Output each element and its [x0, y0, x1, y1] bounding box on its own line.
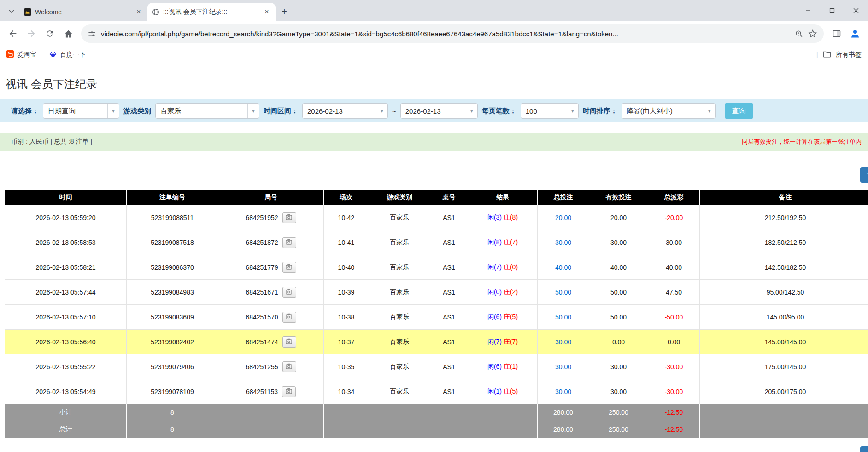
subtotal-payout: -12.50	[648, 404, 700, 421]
cell-valid-bet: 40.00	[589, 255, 648, 280]
all-bookmarks[interactable]: | 所有书签	[816, 50, 862, 59]
tab-close-icon[interactable]: ×	[135, 8, 143, 16]
cell-payout: -20.00	[648, 205, 700, 230]
date-to-value: 2026-02-13	[401, 107, 466, 115]
page-number-button[interactable]: 1	[860, 167, 868, 183]
cell-time: 2026-02-13 05:55:22	[5, 354, 127, 379]
date-range-tilde: ~	[392, 107, 396, 115]
cell-session: 10-35	[324, 354, 369, 379]
video-replay-button[interactable]	[282, 212, 296, 223]
cell-session: 10-34	[324, 379, 369, 404]
bookmark-aitaobao[interactable]: 爱淘宝	[6, 50, 36, 59]
result-player: 闲(7)	[487, 263, 502, 271]
cell-total-bet[interactable]: 50.00	[538, 280, 589, 305]
bookmark-star-icon[interactable]	[808, 29, 817, 38]
table-row: 2026-02-13 05:59:20523199088511684251952…	[5, 205, 868, 230]
game-type-label: 游戏类别	[123, 107, 151, 116]
result-player: 闲(7)	[487, 338, 502, 345]
video-replay-button[interactable]	[282, 312, 296, 323]
empty-cell	[218, 421, 324, 438]
side-panel-icon[interactable]	[828, 25, 845, 42]
bookmarks-divider: |	[816, 51, 818, 59]
cell-total-bet[interactable]: 30.00	[538, 379, 589, 404]
cell-total-bet[interactable]: 30.00	[538, 354, 589, 379]
camera-icon	[286, 363, 293, 371]
globe-icon	[152, 8, 159, 16]
cell-valid-bet: 30.00	[589, 230, 648, 255]
all-bookmarks-label: 所有书签	[836, 51, 862, 59]
video-replay-button[interactable]	[282, 262, 296, 273]
cell-bet-id: 523199084983	[127, 280, 218, 305]
round-number: 684251255	[246, 363, 278, 371]
date-to-select[interactable]: 2026-02-13 ▾	[400, 103, 478, 119]
date-from-select[interactable]: 2026-02-13 ▾	[302, 103, 388, 119]
total-total-bet: 280.00	[538, 421, 589, 438]
column-header-remark: 备注	[700, 190, 868, 205]
cell-table-no: AS1	[430, 280, 468, 305]
page-number-button[interactable]: 1	[860, 446, 868, 452]
video-replay-button[interactable]	[282, 287, 296, 298]
column-header-total-bet: 总投注	[538, 190, 589, 205]
cell-total-bet[interactable]: 30.00	[538, 330, 589, 354]
new-tab-button[interactable]: +	[277, 5, 291, 18]
empty-cell	[369, 404, 430, 421]
tab-bet-records[interactable]: :::视讯 会员下注纪录::: ×	[147, 3, 276, 21]
query-type-select[interactable]: 日期查询 ▾	[43, 103, 119, 119]
cell-total-bet[interactable]: 20.00	[538, 205, 589, 230]
game-type-select[interactable]: 百家乐 ▾	[155, 103, 259, 119]
forward-icon[interactable]	[23, 25, 40, 42]
per-page-select[interactable]: 100 ▾	[521, 103, 579, 119]
cell-session: 10-38	[324, 305, 369, 330]
zoom-icon[interactable]	[795, 29, 803, 38]
round-number: 684251872	[246, 239, 278, 246]
empty-cell	[430, 404, 468, 421]
cell-round: 684251255	[218, 354, 324, 379]
per-page-value: 100	[521, 107, 567, 115]
cell-time: 2026-02-13 05:57:10	[5, 305, 127, 330]
close-icon[interactable]	[844, 0, 868, 21]
cell-game: 百家乐	[369, 305, 430, 330]
column-header-round: 局号	[218, 190, 324, 205]
profile-avatar-icon[interactable]	[847, 25, 863, 42]
cell-remark: 142.50/182.50	[700, 255, 868, 280]
cell-total-bet[interactable]: 30.00	[538, 230, 589, 255]
video-replay-button[interactable]	[282, 237, 296, 248]
tab-welcome[interactable]: Welcome ×	[19, 3, 147, 21]
cell-time: 2026-02-13 05:58:53	[5, 230, 127, 255]
cell-round: 684251570	[218, 305, 324, 330]
site-settings-tune-icon[interactable]	[88, 29, 96, 38]
summary-bar: 币别 : 人民币 | 总共 :8 注单 | 同局有效投注，统一计算在该局第一张注…	[0, 133, 868, 151]
empty-cell	[218, 404, 324, 421]
cell-game: 百家乐	[369, 330, 430, 354]
column-header-result: 结果	[468, 190, 538, 205]
address-bar[interactable]: videoie.com/ipl/portal.php/game/betrecor…	[81, 24, 824, 43]
result-player: 闲(3)	[487, 214, 502, 221]
maximize-icon[interactable]	[820, 0, 844, 21]
date-from-value: 2026-02-13	[303, 107, 376, 115]
round-number: 684251671	[246, 289, 278, 296]
refresh-icon[interactable]	[41, 25, 58, 42]
search-button[interactable]: 查询	[725, 103, 753, 119]
cell-time: 2026-02-13 05:59:20	[5, 205, 127, 230]
cell-total-bet[interactable]: 40.00	[538, 255, 589, 280]
video-replay-button[interactable]	[282, 386, 296, 397]
cell-table-no: AS1	[430, 354, 468, 379]
back-icon[interactable]	[5, 25, 21, 42]
result-player: 闲(6)	[487, 313, 502, 320]
result-banker: 庄(7)	[504, 338, 518, 345]
video-replay-button[interactable]	[282, 336, 296, 348]
cell-total-bet[interactable]: 50.00	[538, 305, 589, 330]
tab-close-icon[interactable]: ×	[263, 8, 271, 16]
tab-search-chevron-icon[interactable]	[5, 5, 18, 18]
result-banker: 庄(0)	[504, 263, 518, 271]
bookmark-baidu[interactable]: 百度一下	[49, 50, 86, 59]
video-replay-button[interactable]	[282, 361, 296, 372]
cell-round: 684251952	[218, 205, 324, 230]
page-title: 视讯 会员下注纪录	[6, 77, 868, 92]
result-banker: 庄(1)	[504, 363, 518, 370]
empty-cell	[430, 421, 468, 438]
sort-select[interactable]: 降幂(由大到小) ▾	[622, 103, 716, 119]
total-valid-bet: 250.00	[589, 421, 648, 438]
home-icon[interactable]	[60, 25, 76, 42]
minimize-icon[interactable]	[796, 0, 820, 21]
